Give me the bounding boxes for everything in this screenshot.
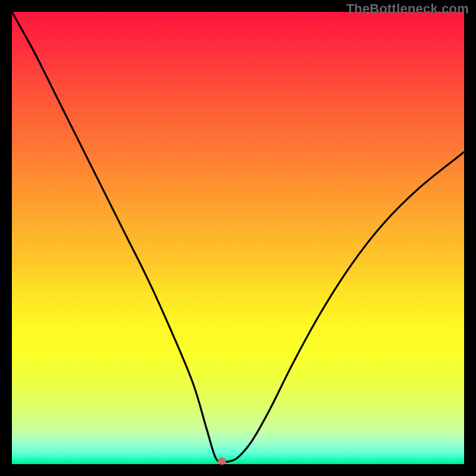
chart-frame: TheBottleneck.com <box>0 0 476 476</box>
bottleneck-curve <box>12 12 464 464</box>
bottleneck-marker <box>218 458 226 465</box>
plot-area <box>12 12 464 464</box>
watermark-text: TheBottleneck.com <box>346 1 469 17</box>
